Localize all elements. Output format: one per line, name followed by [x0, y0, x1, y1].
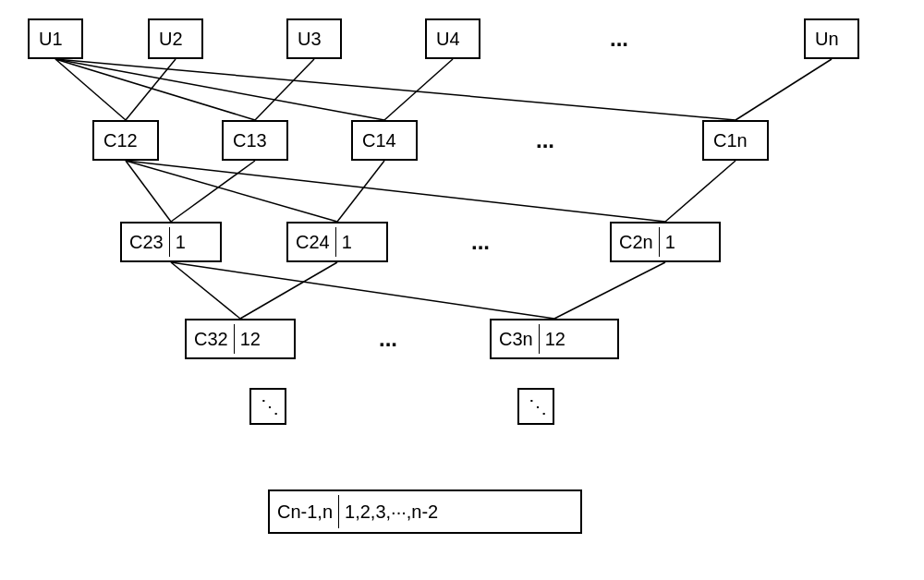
svg-line-6: [384, 59, 453, 120]
node-divider: [338, 495, 339, 528]
node-C1n: C1n: [702, 120, 769, 161]
node-label: U2: [159, 29, 183, 50]
node-dd2: ⋱: [517, 388, 554, 425]
node-label: C32: [194, 329, 228, 350]
node-sub: 1,2,3,···,n-2: [345, 501, 438, 523]
node-label: U1: [39, 29, 63, 50]
node-sub: 1: [342, 232, 352, 253]
node-divider: [169, 227, 170, 257]
svg-line-8: [126, 161, 171, 222]
node-label: C13: [233, 130, 267, 151]
node-C3n: C3n12: [490, 319, 619, 359]
svg-line-11: [171, 161, 255, 222]
node-label: Cn-1,n: [277, 501, 333, 523]
dots-label: ...: [379, 326, 397, 352]
node-sub: 1: [176, 232, 186, 253]
node-label: C24: [296, 232, 330, 253]
node-C23: C231: [120, 222, 222, 262]
node-label: U4: [436, 29, 460, 50]
node-label: C2n: [619, 232, 653, 253]
node-C32: C3212: [185, 319, 296, 359]
node-divider: [539, 324, 540, 354]
node-divider: [234, 324, 235, 354]
node-C12: C12: [92, 120, 159, 161]
svg-line-0: [55, 59, 126, 120]
node-sub: 1: [665, 232, 675, 253]
svg-line-12: [337, 161, 384, 222]
svg-line-17: [554, 262, 665, 319]
node-C13: C13: [222, 120, 288, 161]
node-sub: 12: [240, 329, 261, 350]
node-dots3: ...: [462, 222, 517, 262]
node-label: ⋱: [261, 395, 279, 417]
node-divider: [335, 227, 336, 257]
svg-line-7: [736, 59, 832, 120]
node-dots4: ...: [370, 319, 425, 359]
node-label: C3n: [499, 329, 533, 350]
dots-label: ...: [610, 26, 628, 52]
node-C2n: C2n1: [610, 222, 721, 262]
svg-line-10: [126, 161, 665, 222]
node-label: U3: [298, 29, 322, 50]
node-U1: U1: [28, 18, 83, 59]
node-C14: C14: [351, 120, 418, 161]
svg-line-3: [55, 59, 736, 120]
node-divider: [659, 227, 660, 257]
node-label: C12: [103, 130, 138, 151]
svg-line-16: [240, 262, 337, 319]
node-dots2: ...: [527, 120, 582, 161]
node-U4: U4: [425, 18, 480, 59]
node-dots1: ...: [601, 18, 656, 59]
node-Un: Un: [804, 18, 859, 59]
node-Cn1n: Cn-1,n1,2,3,···,n-2: [268, 489, 582, 534]
node-label: ⋱: [529, 395, 547, 417]
svg-line-15: [171, 262, 554, 319]
node-dd1: ⋱: [249, 388, 286, 425]
node-U3: U3: [286, 18, 342, 59]
svg-line-1: [55, 59, 255, 120]
node-label: C23: [129, 232, 164, 253]
node-label: C14: [362, 130, 396, 151]
svg-line-14: [171, 262, 240, 319]
node-label: Un: [815, 29, 839, 50]
node-U2: U2: [148, 18, 203, 59]
svg-line-2: [55, 59, 384, 120]
dots-label: ...: [536, 127, 554, 153]
svg-line-4: [126, 59, 176, 120]
node-sub: 12: [545, 329, 565, 350]
diagram: U1U2U3U4...UnC12C13C14...C1nC231C241...C…: [0, 0, 924, 580]
dots-label: ...: [471, 229, 490, 255]
node-C24: C241: [286, 222, 388, 262]
svg-line-13: [665, 161, 736, 222]
svg-line-5: [255, 59, 314, 120]
svg-line-9: [126, 161, 337, 222]
node-label: C1n: [713, 130, 748, 151]
